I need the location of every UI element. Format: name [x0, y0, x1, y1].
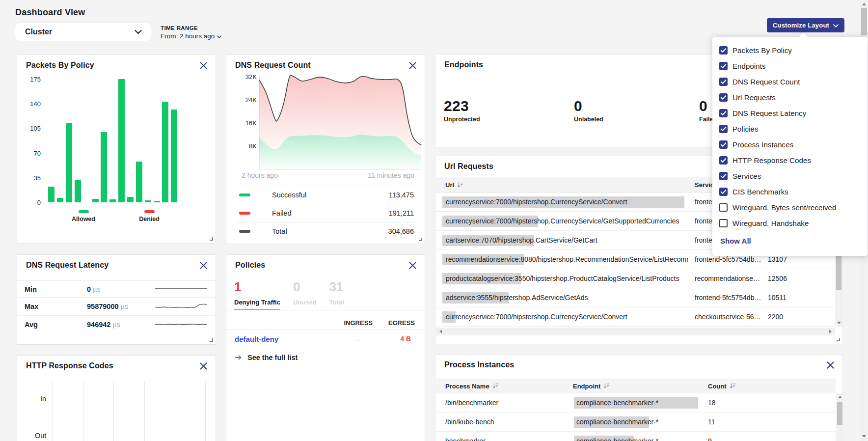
stat-value: 223 [444, 98, 480, 114]
column-header[interactable]: Process Name [445, 382, 499, 389]
gridline [175, 381, 175, 441]
resize-handle[interactable] [210, 237, 213, 241]
table-row[interactable]: benchmarkercompliance-benchmarker-*9 [436, 432, 836, 441]
gridline [53, 381, 53, 441]
checkbox-checked-icon[interactable] [719, 125, 728, 133]
see-full-list-link[interactable]: See the full list [235, 354, 298, 361]
process-name-cell: /bin/benchmarker [445, 399, 498, 407]
menu-item-process-instances[interactable]: Process Instances [712, 137, 868, 152]
card-title: DNS Request Latency [26, 261, 108, 270]
service-cell: checkoutservice-56… [695, 313, 761, 321]
legend-value: 304,686 [388, 227, 414, 235]
close-icon[interactable] [409, 262, 416, 269]
tab-value: 31 [329, 280, 344, 293]
latency-unit: µs [93, 285, 101, 293]
table-row[interactable]: currencyservice:7000/hipstershop.Currenc… [436, 307, 835, 327]
service-cell: frontend-5fc5754db… [695, 294, 761, 302]
tabs-divider [226, 310, 426, 310]
latency-row: Min0µs [17, 280, 217, 297]
latency-label: Max [25, 303, 38, 310]
stat-label: Unlabeled [574, 116, 603, 123]
count-cell: 2200 [768, 313, 783, 321]
latency-unit: µs [112, 321, 120, 329]
checkbox-checked-icon[interactable] [719, 78, 728, 86]
chevron-down-icon [135, 28, 142, 36]
customize-layout-button[interactable]: Customize Layout [767, 18, 844, 32]
service-cell: frontend-5fc5754db… [695, 255, 761, 263]
close-icon[interactable] [200, 262, 207, 269]
menu-item-dns-request-latency[interactable]: DNS Request Latency [712, 105, 868, 121]
menu-item-url-requests[interactable]: Url Requests [712, 89, 868, 105]
dns-count-area-chart: 8K16K24K32K2 hours ago11 minutes ago [226, 55, 426, 183]
table-row[interactable]: /bin/benchmarkercompliance-benchmarker-*… [436, 393, 836, 413]
resize-handle[interactable] [210, 338, 213, 342]
tab-label: Unused [293, 299, 317, 306]
menu-item-label: HTTP Response Codes [732, 156, 811, 165]
policy-link[interactable]: default-deny [235, 335, 278, 343]
menu-item-endpoints[interactable]: Endpoints [712, 58, 868, 74]
latency-sparkline [155, 318, 207, 331]
packets-bar-chart: 03570105140175AllowedDenied [17, 55, 217, 244]
policies-tab-denying-traffic[interactable]: 1Denying Traffic [234, 280, 280, 306]
tab-value: 1 [234, 280, 280, 293]
show-all-link[interactable]: Show All [720, 237, 751, 245]
policy-ingress-value: – [357, 335, 361, 343]
policies-tab-unused[interactable]: 0Unused [293, 280, 317, 306]
bar [154, 201, 160, 202]
resize-handle[interactable] [837, 338, 840, 341]
endpoint-cell: compliance-benchmarker-* [576, 437, 658, 441]
process-table-vertical-scrollbar[interactable] [836, 393, 843, 441]
stat-label: Unprotected [444, 116, 480, 123]
chevron-down-icon [217, 32, 221, 40]
menu-item-policies[interactable]: Policies [712, 121, 868, 137]
gridline [205, 381, 206, 441]
menu-item-wireguard-bytes-sent-received[interactable]: Wireguard. Bytes sent/received [712, 199, 868, 215]
resize-handle[interactable] [419, 238, 422, 241]
latency-value: 95879000µs [87, 303, 128, 310]
menu-item-services[interactable]: Services [712, 168, 868, 184]
y-axis-tick: 35 [17, 174, 41, 181]
menu-item-http-response-codes[interactable]: HTTP Response Codes [712, 152, 868, 168]
checkbox-unchecked-icon[interactable] [719, 203, 728, 212]
card-dns-request-latency: DNS Request Latency Min0µsMax95879000µsA… [17, 254, 216, 345]
bar [171, 110, 177, 202]
view-select[interactable]: Cluster [15, 23, 151, 41]
latency-row: Max95879000µs [17, 297, 217, 315]
checkbox-checked-icon[interactable] [719, 188, 728, 196]
checkbox-checked-icon[interactable] [719, 140, 728, 149]
chevron-down-icon [833, 22, 839, 29]
count-cell: 18 [708, 399, 716, 407]
menu-item-cis-benchmarks[interactable]: CIS Benchmarks [712, 184, 868, 199]
bar [83, 202, 90, 202]
checkbox-checked-icon[interactable] [719, 93, 728, 102]
checkbox-checked-icon[interactable] [719, 156, 728, 165]
checkbox-checked-icon[interactable] [719, 46, 728, 55]
sort-icon [457, 182, 463, 188]
checkbox-checked-icon[interactable] [719, 172, 728, 180]
process-name-cell: /bin/kube-bench [445, 418, 494, 426]
checkbox-checked-icon[interactable] [719, 62, 728, 70]
bar [92, 199, 99, 202]
close-icon[interactable] [200, 362, 207, 370]
menu-item-wireguard-handshake[interactable]: Wireguard. Handshake [712, 215, 868, 231]
column-header[interactable]: Endpoint [573, 382, 610, 389]
url-table-horizontal-scrollbar[interactable] [436, 328, 835, 335]
card-http-response-codes: HTTP Response Codes In Out [17, 355, 216, 441]
table-row[interactable]: /bin/kube-benchcompliance-benchmarker-*1… [436, 413, 836, 432]
time-range[interactable]: TIME RANGE From: 2 hours ago [161, 25, 221, 40]
policies-tab-total[interactable]: 31Total [329, 280, 344, 306]
time-range-value: From: 2 hours ago [161, 32, 221, 40]
column-header[interactable]: Count [708, 382, 736, 389]
menu-item-packets-by-policy[interactable]: Packets By Policy [712, 42, 868, 58]
latency-sparkline [155, 283, 207, 296]
checkbox-checked-icon[interactable] [719, 109, 728, 117]
y-axis-tick: 105 [17, 125, 41, 132]
legend-swatch [144, 210, 155, 213]
checkbox-unchecked-icon[interactable] [719, 219, 728, 227]
close-icon[interactable] [827, 361, 834, 369]
menu-item-dns-request-count[interactable]: DNS Request Count [712, 74, 868, 89]
menu-item-label: Endpoints [732, 62, 766, 70]
table-row[interactable]: productcatalogservice:3550/hipstershop.P… [436, 269, 835, 288]
table-row[interactable]: adservice:9555/hipstershop.AdService/Get… [436, 288, 835, 307]
column-header[interactable]: Url [445, 181, 463, 189]
